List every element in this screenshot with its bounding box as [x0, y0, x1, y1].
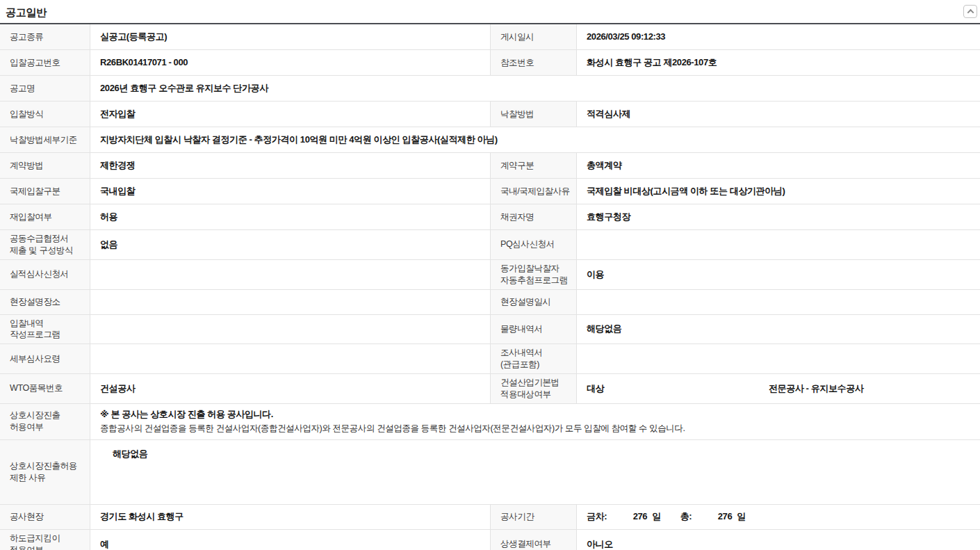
chevron-up-icon	[967, 9, 974, 16]
table-row: 공고종류 실공고(등록공고) 게시일시 2026/03/25 09:12:33	[0, 24, 980, 50]
row-label-site-briefing-place: 현장설명장소	[0, 290, 90, 314]
announcement-table: 공고종류 실공고(등록공고) 게시일시 2026/03/25 09:12:33 …	[0, 23, 980, 550]
mutual-market-entry-notice: ※ 본 공사는 상호시장 진출 허용 공사입니다.	[100, 408, 273, 421]
row-value-quantity-statement: 해당없음	[577, 315, 980, 344]
row-value-creditor-name: 효행구청장	[577, 204, 980, 229]
row-value-bid-method: 전자입찰	[90, 102, 490, 127]
table-row: 계약방법 제한경쟁 계약구분 총액계약	[0, 153, 980, 179]
construction-act-work-type-value: 전문공사 - 유지보수공사	[769, 382, 863, 395]
row-value-mutual-market-entry-restriction-reason: 해당없음	[90, 440, 980, 504]
table-row: 하도급지킴이 적용여부 예 상생결제여부 아니오	[0, 530, 980, 550]
row-value-announcement-type: 실공고(등록공고)	[90, 24, 490, 49]
row-value-award-method-criteria: 지방자치단체 입찰시 낙찰자 결정기준 - 추정가격이 10억원 미만 4억원 …	[90, 127, 980, 152]
row-value-survey-statement	[577, 344, 980, 373]
row-label-quantity-statement: 물량내역서	[490, 315, 577, 344]
row-label-award-method: 낙찰방법	[490, 102, 577, 127]
row-label-domestic-international-reason: 국내/국제입찰사유	[490, 179, 577, 204]
construction-act-target-value: 대상	[587, 382, 769, 395]
table-row: 상호시장진출 허용여부 ※ 본 공사는 상호시장 진출 허용 공사입니다. 종합…	[0, 404, 980, 440]
row-label-subcontract-jikimi-applied: 하도급지킴이 적용여부	[0, 530, 90, 550]
table-row: 입찰내역 작성프로그램 물량내역서 해당없음	[0, 315, 980, 345]
row-label-bid-method: 입찰방식	[0, 102, 90, 127]
row-value-construction-industry-act: 대상 전문공사 - 유지보수공사	[577, 374, 980, 403]
table-row: 입찰공고번호 R26BK01417071 - 000 참조번호 화성시 효행구 …	[0, 50, 980, 76]
row-label-mutual-market-entry-allowed: 상호시장진출 허용여부	[0, 404, 90, 439]
collapse-section-button[interactable]	[963, 5, 977, 18]
row-label-wto-item-number: WTO품목번호	[0, 374, 90, 403]
table-row: 세부심사요령 조사내역서 (관급포함)	[0, 344, 980, 374]
row-value-contract-category: 총액계약	[577, 153, 980, 178]
row-value-joint-supply-agreement: 없음	[90, 230, 490, 259]
row-value-bid-notice-number: R26BK01417071 - 000	[90, 50, 490, 75]
row-value-pq-application	[577, 230, 980, 259]
table-row: WTO품목번호 건설공사 건설산업기본법 적용대상여부 대상 전문공사 - 유지…	[0, 374, 980, 404]
page-title: 공고일반	[0, 0, 980, 19]
table-row: 공고명 2026년 효행구 오수관로 유지보수 단가공사	[0, 76, 980, 102]
row-label-contract-method: 계약방법	[0, 153, 90, 178]
section-header: 공고일반	[0, 0, 980, 23]
row-value-posted-datetime: 2026/03/25 09:12:33	[577, 24, 980, 49]
row-label-reference-number: 참조번호	[490, 50, 577, 75]
row-label-site-briefing-datetime: 현장설명일시	[490, 290, 577, 314]
row-label-tie-bid-auto-draw-program: 동가입찰낙찰자 자동추첨프로그램	[490, 260, 577, 289]
row-label-pq-application: PQ심사신청서	[490, 230, 577, 259]
row-label-survey-statement: 조사내역서 (관급포함)	[490, 344, 577, 373]
row-value-tie-bid-auto-draw-program: 이용	[577, 260, 980, 289]
row-label-announcement-name: 공고명	[0, 76, 90, 101]
row-label-international-bid-category: 국제입찰구분	[0, 179, 90, 204]
row-value-site-briefing-place	[90, 290, 490, 314]
row-value-domestic-international-reason: 국제입찰 비대상(고시금액 이하 또는 대상기관아님)	[577, 179, 980, 204]
period-total-unit: 일	[737, 510, 746, 523]
table-row: 현장설명장소 현장설명일시	[0, 290, 980, 315]
row-value-performance-review-application	[90, 260, 490, 289]
row-value-subcontract-jikimi-applied: 예	[90, 530, 490, 550]
row-label-detailed-review-guidelines: 세부심사요령	[0, 344, 90, 373]
row-label-bid-statement-program: 입찰내역 작성프로그램	[0, 315, 90, 344]
row-label-contract-category: 계약구분	[490, 153, 577, 178]
row-label-announcement-type: 공고종류	[0, 24, 90, 49]
row-value-construction-period: 금차: 276 일 총: 276 일	[577, 505, 980, 529]
table-row: 실적심사신청서 동가입찰낙찰자 자동추첨프로그램 이용	[0, 260, 980, 290]
row-label-posted-datetime: 게시일시	[490, 24, 577, 49]
period-current-unit: 일	[652, 510, 661, 523]
table-row: 국제입찰구분 국내입찰 국내/국제입찰사유 국제입찰 비대상(고시금액 이하 또…	[0, 179, 980, 204]
row-label-joint-supply-agreement: 공동수급협정서 제출 및 구성방식	[0, 230, 90, 259]
row-value-win-win-payment: 아니오	[577, 530, 980, 550]
bid-announcement-general-section: 공고일반 공고종류 실공고(등록공고) 게시일시 2026/03/25 09:1…	[0, 0, 980, 550]
table-row: 공동수급협정서 제출 및 구성방식 없음 PQ심사신청서	[0, 230, 980, 260]
row-label-construction-industry-act: 건설산업기본법 적용대상여부	[490, 374, 577, 403]
table-row: 낙찰방법세부기준 지방자치단체 입찰시 낙찰자 결정기준 - 추정가격이 10억…	[0, 127, 980, 153]
row-label-award-method-criteria: 낙찰방법세부기준	[0, 127, 90, 152]
mutual-market-entry-description: 종합공사의 건설업종을 등록한 건설사업자(종합건설사업자)와 전문공사의 건설…	[100, 423, 685, 435]
table-row: 상호시장진출허용 제한 사유 해당없음	[0, 440, 980, 505]
row-value-contract-method: 제한경쟁	[90, 153, 490, 178]
row-value-award-method: 적격심사제	[577, 102, 980, 127]
row-label-creditor-name: 채권자명	[490, 204, 577, 229]
table-row: 재입찰여부 허용 채권자명 효행구청장	[0, 204, 980, 230]
row-value-detailed-review-guidelines	[90, 344, 490, 373]
row-value-construction-site: 경기도 화성시 효행구	[90, 505, 490, 529]
row-value-rebid-allowed: 허용	[90, 204, 490, 229]
row-value-bid-statement-program	[90, 315, 490, 344]
row-value-announcement-name: 2026년 효행구 오수관로 유지보수 단가공사	[90, 76, 980, 101]
row-value-site-briefing-datetime	[577, 290, 980, 314]
row-value-international-bid-category: 국내입찰	[90, 179, 490, 204]
table-row: 입찰방식 전자입찰 낙찰방법 적격심사제	[0, 102, 980, 127]
period-total-days: 276	[692, 510, 732, 523]
period-total-label: 총:	[680, 510, 692, 523]
row-label-win-win-payment: 상생결제여부	[490, 530, 577, 550]
row-label-mutual-market-entry-restriction-reason: 상호시장진출허용 제한 사유	[0, 440, 90, 504]
row-label-construction-period: 공사기간	[490, 505, 577, 529]
row-label-rebid-allowed: 재입찰여부	[0, 204, 90, 229]
period-current-days: 276	[607, 510, 647, 523]
row-label-bid-notice-number: 입찰공고번호	[0, 50, 90, 75]
period-current-label: 금차:	[587, 510, 607, 523]
table-row: 공사현장 경기도 화성시 효행구 공사기간 금차: 276 일 총: 276 일	[0, 505, 980, 530]
row-label-performance-review-application: 실적심사신청서	[0, 260, 90, 289]
row-label-construction-site: 공사현장	[0, 505, 90, 529]
row-value-reference-number: 화성시 효행구 공고 제2026-107호	[577, 50, 980, 75]
row-value-wto-item-number: 건설공사	[90, 374, 490, 403]
row-value-mutual-market-entry-allowed: ※ 본 공사는 상호시장 진출 허용 공사입니다. 종합공사의 건설업종을 등록…	[90, 404, 980, 439]
